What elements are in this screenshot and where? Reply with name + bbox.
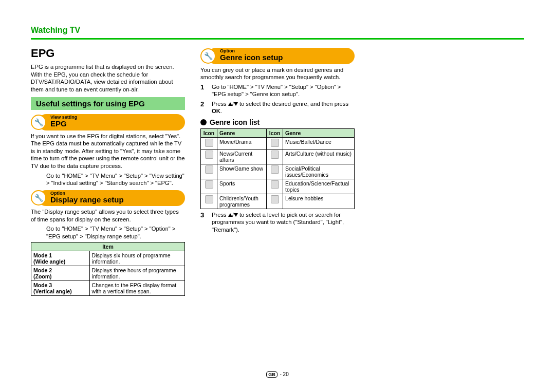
table-row: News/Current affairsArts/Culture (withou… (201, 149, 355, 164)
genre-icon (205, 195, 213, 203)
display-range-desc: The "Display range setup" allows you to … (31, 208, 185, 223)
page-title: EPG (31, 47, 185, 60)
genre-desc: You can grey out or place a mark on desi… (200, 66, 355, 81)
epg-path: Go to "HOME" > "TV Menu" > "Setup" > "Vi… (46, 172, 185, 187)
pill-title: EPG (50, 120, 179, 128)
arrow-up-icon (228, 213, 232, 217)
pill-title: Genre icon setup (220, 53, 348, 62)
page-footer: GB - 20 (0, 371, 555, 378)
table-row: Mode 1(Wide angle) Displays six hours of… (31, 251, 185, 266)
section-header: Watching TV (31, 26, 524, 35)
intro-text: EPG is a programme list that is displaye… (31, 63, 185, 93)
table-row: Movie/DramaMusic/Ballet/Dance (201, 137, 355, 149)
wrench-icon: 🔧 (31, 115, 46, 130)
genre-icon (271, 195, 279, 203)
genre-icon (271, 165, 279, 174)
pill-genre-icon: 🔧 Option Genre icon setup (200, 48, 355, 64)
step-2: 2 Press / to select the desired genre, a… (200, 100, 355, 115)
genre-icon (271, 139, 279, 147)
wrench-icon: 🔧 (200, 48, 216, 64)
table-row: SportsEducation/Science/Factual topics (201, 179, 355, 194)
table-header: Item (31, 242, 185, 251)
display-range-path: Go to "HOME" > "TV Menu" > "Setup" > "Op… (46, 225, 185, 240)
pill-view-setting: 🔧 View setting EPG (31, 114, 185, 130)
genre-icon (205, 139, 213, 147)
genre-icon (271, 180, 279, 189)
genre-icon (205, 151, 213, 159)
genre-table: Icon Genre Icon Genre Movie/DramaMusic/B… (200, 128, 355, 209)
step-3: 3 Press / to select a level to pick out … (200, 211, 355, 234)
useful-settings-bar: Useful settings for using EPG (31, 97, 185, 110)
header-rule (31, 38, 524, 40)
pill-category: View setting (50, 115, 179, 120)
bullet-icon (200, 119, 207, 125)
genre-list-heading: Genre icon list (200, 118, 355, 126)
epg-desc: If you want to use the EPG for digital s… (31, 133, 185, 170)
table-row: Children's/Youth programmesLeisure hobbi… (201, 194, 355, 209)
pill-display-range: 🔧 Option Display range setup (31, 190, 185, 207)
table-row: Mode 3(Vertical angle) Changes to the EP… (31, 281, 185, 296)
mode-table: Item Mode 1(Wide angle) Displays six hou… (31, 242, 185, 296)
arrow-down-icon (234, 213, 238, 217)
genre-icon (205, 165, 213, 174)
pill-title: Display range setup (50, 196, 179, 204)
step-1: 1 Go to "HOME" > "TV Menu" > "Setup" > "… (200, 83, 355, 98)
gb-badge: GB (266, 371, 278, 378)
arrow-down-icon (234, 102, 238, 106)
genre-icon (205, 180, 213, 189)
table-row: Mode 2(Zoom) Displays three hours of pro… (31, 266, 185, 281)
arrow-up-icon (228, 102, 232, 106)
table-row: Show/Game showSocial/Political issues/Ec… (201, 164, 355, 179)
genre-icon (271, 151, 279, 159)
